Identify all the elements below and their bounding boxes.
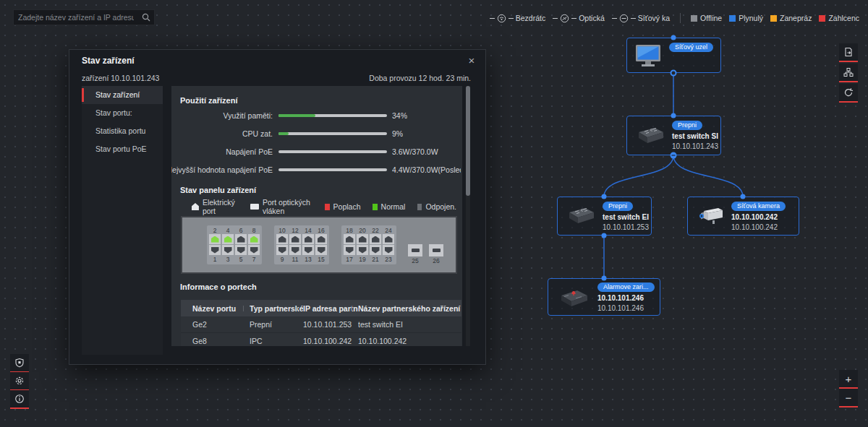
node-ip: 10.10.101.243 [672,142,715,150]
topology-tree-icon [843,67,854,77]
device-port-panel[interactable]: 246813571012141691113151820222417192123 … [181,216,457,274]
usage-value: 3.6W/370.0W [392,147,438,156]
switch-icon [563,204,597,228]
link-dot[interactable] [741,194,746,199]
cell-partner-ip: 10.10.101.253 [303,320,358,329]
bar-fill [278,132,289,135]
rj45-port-icon[interactable] [248,234,260,244]
rj45-port-icon[interactable] [315,245,327,255]
export-report-button[interactable] [839,43,858,62]
rj45-port-icon[interactable] [222,245,234,255]
dialog-scrollbar[interactable] [466,86,470,346]
node-alarm-device[interactable]: Alarmove zari... 10.10.101.246 10.10.101… [548,278,660,316]
node-name: 10.10.101.246 [597,294,654,302]
zoom-out-label: − [846,392,852,403]
zoom-in-button[interactable]: + [839,370,858,389]
fiber-port-label: Port optických vláken [263,198,318,215]
rj45-port-icon[interactable] [315,234,327,244]
zoom-out-button[interactable]: − [839,389,858,407]
port-state-glyph [278,247,286,254]
link-dot[interactable] [671,113,676,118]
topology-view-button[interactable] [839,64,858,82]
collapse-dot[interactable] [671,152,677,159]
port-number: 22 [370,227,381,234]
port-number: 12 [289,227,301,234]
topology-canvas[interactable]: Bezdrátc Optická Síťový ka Offline Plynu… [0,0,868,427]
menu-item-port-statistics[interactable]: Statistika portu [82,122,163,140]
rj45-port-icon[interactable] [289,245,301,255]
usage-value: 4.4W/370.0W(Posledních 7 d... [392,165,461,174]
link-dot[interactable] [602,276,607,281]
rj45-port-icon[interactable] [235,234,247,244]
scrollbar-thumb[interactable] [466,86,470,196]
legend-status-smooth: Plynulý [729,14,763,22]
port-group: 24681357 [207,225,262,264]
rj45-port-icon[interactable] [370,245,381,255]
table-row[interactable]: Ge8 IPC 10.10.100.242 10.10.100.242 [181,333,461,346]
node-name: test switch EI [603,213,645,221]
legend-congested-label: Zahlcenc [828,14,859,22]
legend-offline-label: Offline [700,14,722,22]
node-network-root[interactable]: Síťový uzel [626,38,721,73]
refresh-button[interactable] [839,84,858,103]
rj45-port-icon[interactable] [248,245,260,255]
rj45-port-icon[interactable] [276,234,288,244]
rj45-port-icon[interactable] [344,245,355,255]
port-number: 18 [344,227,355,234]
link-dot[interactable] [671,70,677,77]
search-icon[interactable] [138,13,154,22]
rj45-port-icon[interactable] [235,245,247,255]
link-dot[interactable] [602,194,607,199]
link-dot[interactable] [602,233,607,238]
table-row[interactable]: Ge2 Prepní 10.10.101.253 test switch EI [181,316,461,333]
dash [553,18,558,19]
smooth-swatch [729,15,736,22]
usage-label: Využití paměti: [224,111,273,120]
rj45-port-icon[interactable] [276,245,288,255]
link-dot[interactable] [671,35,676,40]
search-input[interactable] [14,13,138,22]
rj45-port-icon[interactable] [383,234,394,244]
port-state-glyph [318,247,326,254]
rj45-port-icon[interactable] [222,234,234,244]
dialog-sidebar: Stav zařízení Stav portu: Statistika por… [82,86,163,355]
dash [571,18,576,19]
node-test-switch-si[interactable]: Prepni test switch SI 10.10.101.243 [626,116,721,155]
menu-item-device-status[interactable]: Stav zařízení [82,86,163,104]
info-button[interactable] [10,390,29,409]
rj45-port-icon[interactable] [370,234,381,244]
rj45-port-icon[interactable] [209,234,221,244]
rj45-port-icon[interactable] [302,234,314,244]
port-groups: 246813571012141691113151820222417192123 [207,225,396,264]
node-network-camera[interactable]: Síťová kamera 10.10.100.242 10.10.100.24… [687,197,799,236]
legend-status-busy: Zanepráz [770,14,812,22]
alarm-device-icon [554,284,592,310]
settings-button[interactable] [10,372,29,391]
security-mode-button[interactable] [10,354,29,373]
legend-optical-label: Optická [579,14,605,22]
sfp-port[interactable]: 25 [408,244,422,264]
close-icon[interactable]: × [464,53,479,67]
panel-heading: Stav panelu zařízení [180,186,256,194]
poe-progressbar [278,150,387,153]
node-type-badge: Síťový uzel [669,43,713,52]
usage-row-memory: Využití paměti: 34% [171,110,462,121]
dialog-content[interactable]: Použití zařízení Využití paměti: 34% CPU… [171,86,462,346]
menu-item-port-status[interactable]: Stav portu: [82,104,163,122]
rj45-port-icon[interactable] [302,245,314,255]
rj45-port-icon[interactable] [383,245,394,255]
dash [612,18,617,19]
node-test-switch-ei[interactable]: Prepni test switch EI 10.10.101.253 [557,197,652,236]
port-group: 101214169111315 [274,225,329,264]
rj45-port-icon[interactable] [344,234,355,244]
rj45-port-icon[interactable] [209,245,221,255]
usage-label: Napájení PoE [226,147,273,156]
port-state-glyph [237,236,245,243]
rj45-port-icon[interactable] [357,245,368,255]
legend-status-offline: Offline [691,14,722,22]
rj45-port-icon[interactable] [289,234,301,244]
rj45-port-icon[interactable] [357,234,368,244]
menu-item-poe-port-status[interactable]: Stav portu PoE [82,140,163,158]
legend-wireless: Bezdrátc [490,14,545,23]
sfp-port[interactable]: 26 [429,244,443,264]
